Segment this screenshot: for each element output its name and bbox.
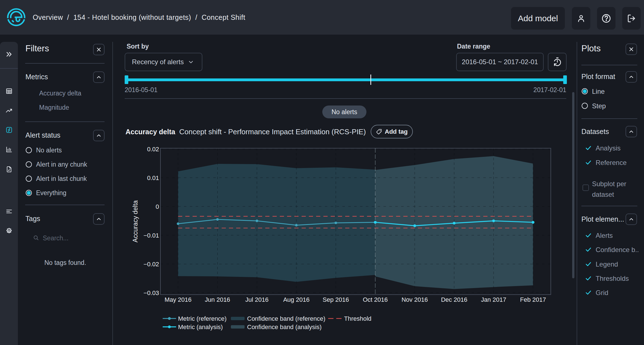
svg-text:Aug 2016: Aug 2016 [283,296,309,303]
svg-text:Nov 2016: Nov 2016 [402,296,428,303]
svg-text:Confidence band (reference): Confidence band (reference) [247,315,325,322]
svg-text:May 2016: May 2016 [165,296,192,303]
svg-text:Oct 2016: Oct 2016 [363,296,388,303]
svg-text:Accuracy delta: Accuracy delta [132,200,139,242]
svg-text:−0.03: −0.03 [143,289,159,296]
svg-text:Jun 2016: Jun 2016 [205,296,230,303]
svg-text:Dec 2016: Dec 2016 [441,296,467,303]
svg-text:0: 0 [156,203,159,210]
svg-text:Confidence band (analysis): Confidence band (analysis) [247,324,322,330]
svg-text:0.02: 0.02 [147,146,159,153]
svg-text:Threshold: Threshold [344,315,371,322]
svg-text:0.01: 0.01 [147,174,159,181]
svg-text:−0.01: −0.01 [143,232,159,239]
svg-text:Metric (reference): Metric (reference) [178,315,227,322]
svg-text:Jul 2016: Jul 2016 [245,296,269,303]
svg-text:Feb 2017: Feb 2017 [520,296,546,303]
svg-text:Sep 2016: Sep 2016 [323,296,349,303]
svg-text:Jan 2017: Jan 2017 [481,296,506,303]
svg-text:Metric (analysis): Metric (analysis) [178,324,223,330]
svg-text:−0.02: −0.02 [143,261,159,268]
